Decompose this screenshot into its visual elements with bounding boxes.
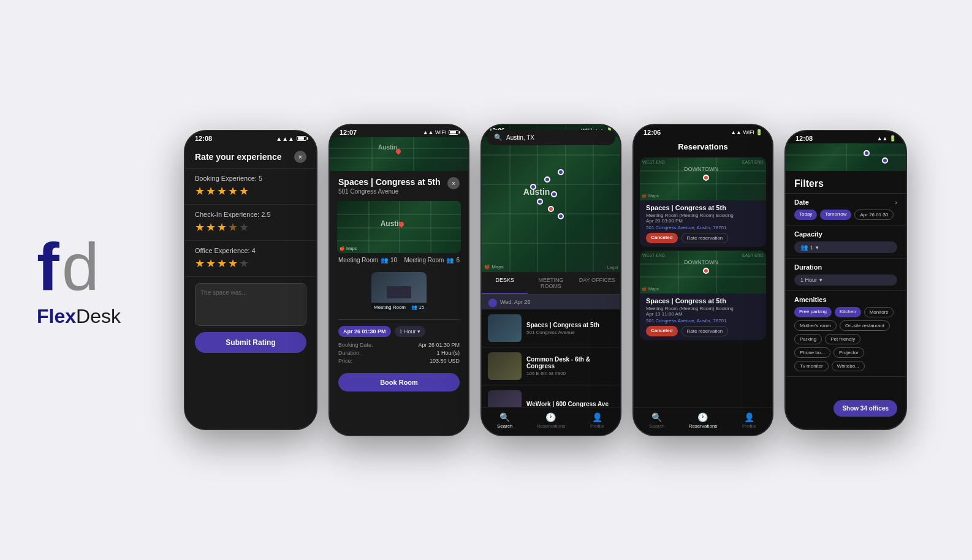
canceled-button-1[interactable]: Canceled (646, 233, 678, 243)
chip-apr[interactable]: Apr 26 01:30 (854, 210, 894, 220)
amenities-filter-section: Amenities Free parking Kitchen Monitors … (786, 291, 906, 377)
nav-reservations-4[interactable]: 🕐 Reservations (680, 412, 726, 429)
checkin-experience-section: Check-In Experience: 2.5 ★ ★ ★ ★ ★ (185, 205, 316, 241)
filters-header: Filters (786, 171, 906, 194)
marker-4 (537, 199, 543, 205)
res-sub-1: Meeting Room (Meeting Room) Booking Apr … (646, 213, 760, 224)
duration-chip[interactable]: 1 Hour ▾ (395, 326, 425, 337)
room-label-2: Meeting Room (404, 257, 444, 263)
book-room-button[interactable]: Book Room (338, 373, 460, 392)
nav-profile-3[interactable]: 👤 Profile (574, 412, 620, 429)
res-addr-1: 501 Congress Avenue, Austin, 78701 (646, 225, 760, 230)
nav-search-4[interactable]: 🔍 Search (634, 412, 680, 429)
room-badge-2: Meeting Room 👥 6 (404, 257, 460, 263)
search-map: Austin 12:06 WiFi ▲▲ 🔋 (482, 125, 620, 272)
logo-f: f (37, 233, 59, 300)
listing-info-1: Spaces | Congress at 5th 501 Congress Av… (526, 322, 614, 335)
listing-item-2[interactable]: Common Desk - 6th & Congress 106 E 6th S… (482, 347, 620, 385)
chip-free-parking[interactable]: Free parking (794, 307, 832, 317)
chip-phone-booth[interactable]: Phone bo... (794, 347, 830, 358)
listing-name-2: Common Desk - 6th & Congress (526, 356, 614, 369)
rate-reservation-button-2[interactable]: Rate reservation (682, 326, 729, 336)
date-chip[interactable]: Apr 26 01:30 PM (338, 326, 391, 337)
room-badge-1: Meeting Room 👥 10 (338, 257, 397, 263)
canceled-button-2[interactable]: Canceled (646, 326, 678, 336)
logo-text: FlexDesk (37, 305, 121, 328)
rate-reservation-button-1[interactable]: Rate reservation (682, 233, 729, 243)
reservations-header: Reservations (634, 137, 772, 154)
marker-3 (551, 191, 557, 197)
res-map-2: DOWNTOWN WEST END EAST END 🍎 Maps (640, 251, 766, 293)
chip-tomorrow[interactable]: Tomorrow (820, 210, 851, 220)
room-photo-label: Meeting Room 👥 15 (371, 303, 427, 312)
marker-5 (548, 206, 554, 212)
phone-map-search: Austin 12:06 WiFi ▲▲ 🔋 (480, 124, 621, 436)
chip-parking[interactable]: Parking (794, 334, 822, 344)
chip-whiteboard[interactable]: Whitebo... (832, 361, 865, 371)
res-actions-1: Canceled Rate reservation (646, 233, 760, 243)
room-photo: Meeting Room 👥 15 (371, 272, 427, 312)
nav-reservations-3[interactable]: 🕐 Reservations (528, 412, 574, 429)
phones-container: 12:08 ▲▲▲ Rate your experience × Booking… (184, 124, 907, 436)
chip-mothers-room[interactable]: Mother's room (794, 320, 837, 331)
phone-rate-experience: 12:08 ▲▲▲ Rate your experience × Booking… (184, 130, 317, 430)
chip-tv-monitor[interactable]: Tv monitor (794, 361, 829, 371)
chip-kitchen[interactable]: Kitchen (835, 307, 861, 317)
submit-rating-button[interactable]: Submit Rating (195, 332, 306, 353)
nav-profile-4[interactable]: 👤 Profile (726, 412, 772, 429)
nav-search-3[interactable]: 🔍 Search (482, 412, 528, 429)
capacity-select[interactable]: 👥 1 ▾ (794, 241, 897, 253)
capacity-icon-2: 👥 (446, 257, 454, 263)
review-textarea[interactable]: The space was... (195, 283, 306, 326)
duration-filter-title: Duration (794, 263, 897, 271)
capacity-2: 6 (456, 257, 460, 263)
chip-projector[interactable]: Projector (833, 347, 864, 358)
res-name-1: Spaces | Congress at 5th (646, 204, 760, 211)
chip-onsite-restaurant[interactable]: On-site restaurant (840, 320, 890, 331)
booking-details: Booking Date: Apr 26 01:30 PM Duration: … (330, 339, 468, 368)
chip-today[interactable]: Today (794, 210, 817, 220)
amenities-filter-title: Amenities (794, 296, 897, 303)
room-info-row: Meeting Room 👥 10 Meeting Room 👥 6 (330, 253, 468, 267)
status-bar-5: 12:08 ▲▲ 🔋 (786, 131, 906, 143)
rate-title: Rate your experience (195, 152, 282, 162)
res-map-1: DOWNTOWN WEST END EAST END 🍎 Maps (640, 157, 766, 200)
phone-filters: 12:08 ▲▲ 🔋 Filters Date › (784, 130, 907, 430)
close-button-1[interactable]: × (294, 151, 306, 163)
logo-d: d (62, 233, 99, 300)
booking-experience-section: Booking Experience: 5 ★ ★ ★ ★ ★ (185, 168, 316, 205)
tab-meeting-rooms[interactable]: MEETING ROOMS (528, 272, 574, 294)
chip-monitors[interactable]: Monitors (864, 307, 894, 317)
res-sub-2: Meeting Room (Meeting Room) Booking Apr … (646, 306, 760, 317)
duration-detail: Duration: 1 Hour(s) (338, 350, 460, 356)
show-offices-button[interactable]: Show 34 offices (833, 400, 897, 417)
profile-nav-icon-4: 👤 (744, 412, 754, 422)
listing-thumb-1 (488, 314, 522, 342)
listing-item-1[interactable]: Spaces | Congress at 5th 501 Congress Av… (482, 309, 620, 347)
amenity-chips: Free parking Kitchen Monitors Mother's r… (794, 307, 897, 371)
room-label-1: Meeting Room (338, 257, 378, 263)
phone-3-screen: Austin 12:06 WiFi ▲▲ 🔋 (482, 125, 620, 435)
duration-select[interactable]: 1 Hour ▾ (794, 274, 897, 286)
close-button-2[interactable]: × (447, 177, 460, 189)
search-bar-3[interactable]: 🔍 Austin, TX (487, 130, 615, 145)
checkin-stars: ★ ★ ★ ★ ★ (195, 221, 306, 234)
booking-exp-label: Booking Experience: 5 (195, 175, 306, 182)
res-map-pin-2 (703, 268, 709, 274)
tab-desks[interactable]: DESKS (482, 272, 528, 294)
date-filter-section: Date › Today Tomorrow Apr 26 01:30 (786, 194, 906, 225)
listing-addr-1: 501 Congress Avenue (526, 330, 614, 335)
search-tabs: DESKS MEETING ROOMS DAY OFFICES (482, 272, 620, 295)
res-name-2: Spaces | Congress at 5th (646, 297, 760, 305)
listing-info-2: Common Desk - 6th & Congress 106 E 6th S… (526, 356, 614, 376)
capacity-filter-section: Capacity 👥 1 ▾ (786, 225, 906, 259)
chip-pet-friendly[interactable]: Pet friendly (825, 334, 860, 344)
room-photo-container: Meeting Room 👥 15 (330, 268, 468, 316)
capacity-1: 10 (390, 257, 397, 263)
divider-2 (338, 319, 460, 320)
listing-date: ⬤ Wed, Apr 26 (482, 295, 620, 309)
listing-name-1: Spaces | Congress at 5th (526, 322, 614, 328)
tab-day-offices[interactable]: DAY OFFICES (574, 272, 620, 294)
res-card-body-1: Spaces | Congress at 5th Meeting Room (M… (640, 200, 766, 247)
phone-5-screen: 12:08 ▲▲ 🔋 Filters Date › (786, 131, 906, 429)
